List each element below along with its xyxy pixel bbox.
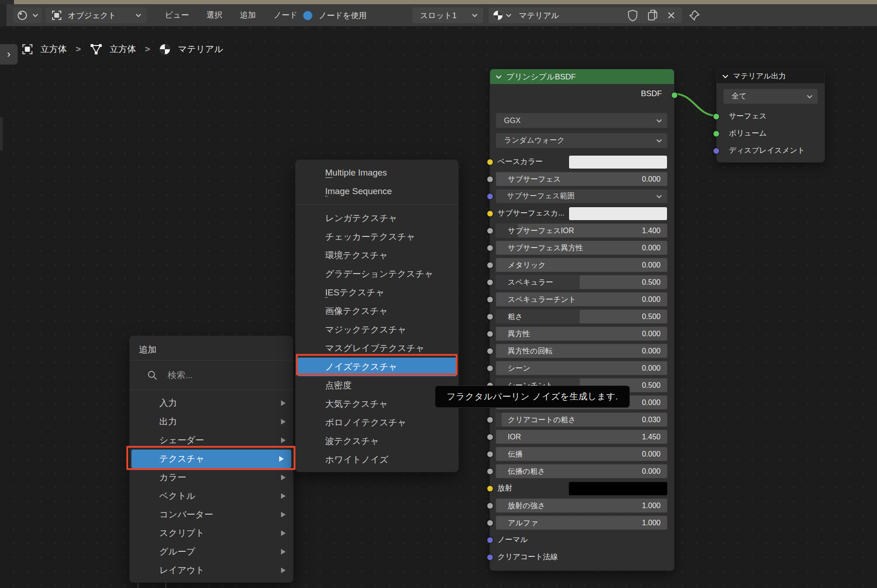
distribution-dropdown[interactable]: GGX [496,113,668,128]
slider-4[interactable]: サブサーフェスIOR1.400 [496,223,668,238]
add-menu-item-1[interactable]: 出力 [130,412,293,431]
material-name[interactable]: マテリアル [519,10,559,21]
input-socket-green[interactable] [713,113,720,120]
input-socket-gray[interactable] [487,503,493,509]
slider-12[interactable]: シーン0.000 [496,361,668,375]
pin-button[interactable] [688,7,700,23]
input-socket-gray[interactable] [487,434,493,440]
add-menu-item-7[interactable]: スクリプト [130,524,293,542]
add-menu-item-0[interactable]: 入力 [130,394,293,412]
texture-item-1[interactable]: チェッカーテクスチャ [295,228,458,246]
texture-item-12[interactable]: 波テクスチャ [295,432,458,451]
input-socket-gray[interactable] [487,296,493,303]
input-socket-gray[interactable] [487,365,493,372]
slider-15[interactable]: クリアコートの粗さ0.030 [496,412,668,427]
input-socket-purple[interactable] [713,148,720,154]
object-brackets-icon [21,43,33,55]
input-socket-gray[interactable] [487,228,493,234]
add-menu-item-9[interactable]: レイアウト [130,561,293,580]
add-menu-item-6[interactable]: コンバーター [130,505,293,524]
material-output-node[interactable]: マテリアル出力 全て サーフェスボリュームディスプレイスメント [716,69,825,163]
texture-item-6[interactable]: マジックテクスチャ [295,320,458,339]
chevron-down-icon[interactable] [496,75,502,79]
material-datablock-field[interactable]: マテリアル [489,7,682,23]
texture-item-2[interactable]: 環境テクスチャ [295,246,458,265]
add-menu-item-5[interactable]: ベクトル [130,487,293,505]
slider-1[interactable]: サブサーフェス0.000 [496,172,668,186]
bsdf-node-header[interactable]: プリンシプルBSDF [490,69,674,84]
slider-18[interactable]: 伝播の粗さ0.000 [496,464,668,478]
menu-search-field[interactable]: 検索... [130,360,293,390]
slider-17[interactable]: 伝播0.000 [496,447,668,461]
texture-item-10[interactable]: 大気テクスチャ [295,395,458,413]
row-dropdown-2[interactable]: サブサーフェス範囲 [496,189,668,203]
input-socket-yellow[interactable] [487,485,493,492]
texture-image-item-0[interactable]: Multiple Images [295,163,458,182]
new-copy-icon[interactable] [647,9,659,21]
texture-item-11[interactable]: ボロノイテクスチャ [295,413,458,432]
slider-9[interactable]: 粗さ0.500 [496,309,668,324]
input-socket-yellow[interactable] [487,210,493,217]
input-socket-gray[interactable] [487,520,493,526]
menubar-item-add[interactable]: 追加 [231,4,265,26]
slider-16[interactable]: IOR1.450 [496,430,668,444]
input-socket-gray[interactable] [487,245,493,251]
input-socket-gray[interactable] [487,348,493,354]
add-menu-items: 入力出力シェーダーテクスチャカラーベクトルコンバータースクリプトグループレイアウ… [130,390,293,583]
input-socket-gray[interactable] [487,314,493,320]
texture-item-9[interactable]: 点密度 [295,376,458,395]
input-socket-gray[interactable] [487,176,493,183]
slider-11[interactable]: 異方性の回転0.000 [496,344,668,358]
menubar-item-select[interactable]: 選択 [198,4,231,26]
menubar-item-node[interactable]: ノード [265,4,307,26]
texture-image-item-1[interactable]: Image Sequence [295,182,458,201]
slider-10[interactable]: 異方性0.000 [496,327,668,341]
unlink-x-icon[interactable] [667,11,675,20]
search-icon [147,370,157,380]
texture-item-5[interactable]: 画像テクスチャ [295,302,458,320]
add-menu-item-4[interactable]: カラー [130,468,293,487]
texture-item-0[interactable]: レンガテクスチャ [295,209,458,228]
object-mode-dropdown[interactable]: オブジェクト [46,7,147,23]
use-nodes-toggle[interactable]: ノードを使用 [303,4,367,26]
color-swatch[interactable] [569,482,668,496]
add-menu-item-8[interactable]: グループ [130,542,293,561]
output-target-dropdown[interactable]: 全て [723,89,818,104]
slider-5[interactable]: サブサーフェス異方性0.000 [496,241,668,255]
texture-item-4[interactable]: IESテクスチャ [295,283,458,302]
fake-user-shield-icon[interactable] [627,9,638,21]
input-socket-gray[interactable] [487,279,493,286]
slider-7[interactable]: スペキュラー0.500 [496,275,668,289]
texture-item-13[interactable]: ホワイトノイズ [295,451,458,469]
input-socket-gray[interactable] [487,417,493,423]
sidebar-toggle-button[interactable]: › [0,44,18,65]
material-slot-dropdown[interactable]: スロット1 [412,7,483,23]
sidebar-collapsed-tab[interactable] [0,117,3,150]
texture-item-label: 環境テクスチャ [325,249,388,261]
color-swatch[interactable] [569,207,668,221]
principled-bsdf-node[interactable]: プリンシプルBSDF BSDF GGX ランダムウォーク ベースカラーサブサーフ… [490,69,674,571]
input-socket-purple[interactable] [487,554,493,561]
input-socket-yellow[interactable] [487,159,493,165]
input-socket-gray[interactable] [487,451,493,457]
texture-item-3[interactable]: グラデーションテクスチャ [295,265,458,283]
chevron-down-icon[interactable] [722,74,728,78]
input-socket-gray[interactable] [487,262,493,268]
input-socket-gray[interactable] [487,331,493,337]
input-socket-gray[interactable] [487,468,493,475]
input-socket-purple[interactable] [487,193,493,200]
slider-8[interactable]: スペキュラーチント0.000 [496,292,668,307]
slider-21[interactable]: アルファ1.000 [496,516,668,530]
menubar-item-view[interactable]: ビュー [156,4,198,26]
slider-6[interactable]: メタリック0.000 [496,258,668,272]
use-nodes-checkbox[interactable] [303,11,313,20]
color-swatch[interactable] [569,155,668,169]
slider-20[interactable]: 放射の強さ1.000 [496,498,668,513]
subsurface-method-dropdown[interactable]: ランダムウォーク [496,133,668,148]
chevron-down-icon [136,13,141,17]
editor-type-selector[interactable] [13,7,42,23]
bsdf-output-socket[interactable] [671,92,678,98]
input-socket-purple[interactable] [487,537,493,543]
input-socket-green[interactable] [713,131,720,137]
output-node-header[interactable]: マテリアル出力 [717,69,825,83]
